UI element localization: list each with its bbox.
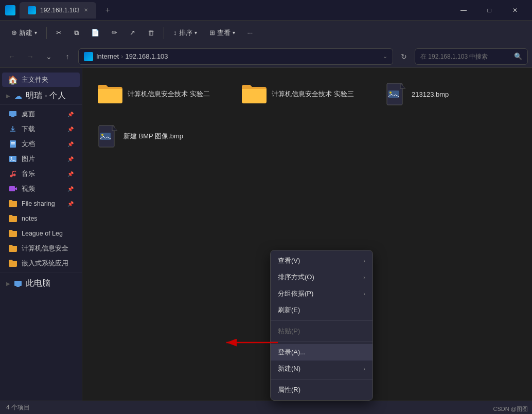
sidebar-documents-label: 文档 <box>22 140 35 149</box>
breadcrumb-sep-1: › <box>121 52 123 60</box>
app-icon <box>5 5 15 15</box>
pictures-icon <box>8 154 17 164</box>
status-bar: 4 个项目 <box>0 401 532 414</box>
sidebar-item-main-folder[interactable]: 🏠 主文件夹 <box>2 73 80 87</box>
watermark-text: CSDN @图图 <box>493 406 528 412</box>
sidebar-item-music[interactable]: 音乐 📌 <box>2 167 80 181</box>
sidebar-thispc-label: 此电脑 <box>26 278 50 289</box>
new-tab-button[interactable]: + <box>100 3 115 18</box>
sidebar-downloads-label: 下载 <box>22 125 35 134</box>
thispc-expand-icon[interactable]: ▶ <box>6 281 10 286</box>
sidebar-item-desktop[interactable]: 桌面 📌 <box>2 107 80 121</box>
file-item-bmp2[interactable]: 新建 BMP 图像.bmp <box>93 120 226 152</box>
view-label: 查看 <box>217 28 230 38</box>
tab-close-button[interactable]: ✕ <box>84 7 88 13</box>
share-button[interactable]: ↗ <box>125 26 140 40</box>
sort-label: 排序 <box>179 28 192 38</box>
paste-icon: 📄 <box>91 29 99 37</box>
tab-icon <box>28 6 36 14</box>
sidebar-item-notes[interactable]: notes <box>2 211 80 226</box>
documents-icon <box>8 139 17 149</box>
new-icon: ⊕ <box>11 29 17 37</box>
sidebar-item-embedded[interactable]: 嵌入式系统应用 <box>2 256 80 271</box>
dropdown-button[interactable]: ⌄ <box>41 49 57 64</box>
downloads-pin-icon: 📌 <box>67 127 74 132</box>
sidebar-pictures-label: 图片 <box>22 155 35 164</box>
share-icon: ↗ <box>130 29 135 37</box>
sidebar-item-pictures[interactable]: 图片 📌 <box>2 152 80 166</box>
ctx-group[interactable]: 分组依据(P) › <box>271 285 373 302</box>
sidebar-item-videos[interactable]: 视频 📌 <box>2 182 80 196</box>
delete-icon: 🗑 <box>148 29 154 37</box>
sidebar-item-computer-security[interactable]: 计算机信息安全 <box>2 241 80 256</box>
bmp1-name: 213123.bmp <box>412 91 449 98</box>
address-box[interactable]: Internet › 192.168.1.103 ⌄ <box>78 48 393 65</box>
sidebar-item-documents[interactable]: 文档 📌 <box>2 137 80 151</box>
toolbar-separator-2 <box>164 27 164 39</box>
new-button[interactable]: ⊕ 新建 ▾ <box>6 25 42 41</box>
sort-button[interactable]: ↕ 排序 ▾ <box>168 25 202 41</box>
view-button[interactable]: ⊞ 查看 ▾ <box>204 25 240 41</box>
file-item-folder2[interactable]: 计算机信息安全技术 实验三 <box>237 78 370 110</box>
sidebar-embedded-label: 嵌入式系统应用 <box>22 259 68 268</box>
svg-point-6 <box>11 157 12 159</box>
ctx-view[interactable]: 查看(V) › <box>271 253 373 269</box>
ctx-new[interactable]: 新建(N) › <box>271 361 373 377</box>
address-icon <box>84 52 93 61</box>
refresh-button[interactable]: ↻ <box>396 49 412 64</box>
ctx-sort[interactable]: 排序方式(O) › <box>271 269 373 285</box>
downloads-icon <box>8 124 17 134</box>
folder1-name: 计算机信息安全技术 实验二 <box>128 89 210 99</box>
file-item-folder1[interactable]: 计算机信息安全技术 实验二 <box>93 78 226 110</box>
computer-security-folder-icon <box>8 244 17 253</box>
svg-rect-4 <box>11 143 15 145</box>
delete-button[interactable]: 🗑 <box>143 26 159 40</box>
sidebar-item-league[interactable]: League of Leg <box>2 226 80 241</box>
svg-point-17 <box>101 134 103 136</box>
computer-icon <box>13 279 23 289</box>
search-box[interactable]: 🔍 <box>415 48 528 65</box>
minimize-button[interactable]: — <box>452 2 475 19</box>
sidebar-item-filesharing[interactable]: File sharing 📌 <box>2 196 80 211</box>
filesharing-pin-icon: 📌 <box>67 201 74 207</box>
maximize-button[interactable]: □ <box>477 2 501 19</box>
ctx-divider-2 <box>271 341 373 342</box>
cut-button[interactable]: ✂ <box>51 26 67 40</box>
more-button[interactable]: ··· <box>242 26 258 40</box>
watermark: CSDN @图图 <box>493 405 528 413</box>
sidebar-item-downloads[interactable]: 下载 📌 <box>2 122 80 136</box>
bmp2-name: 新建 BMP 图像.bmp <box>123 132 183 141</box>
ctx-login[interactable]: 登录(A)... <box>271 344 373 361</box>
ctx-group-label: 分组依据(P) <box>278 289 313 298</box>
ctx-properties[interactable]: 属性(R) <box>271 382 373 398</box>
svg-rect-10 <box>14 281 22 286</box>
window-controls: — □ ✕ <box>452 2 527 19</box>
close-button[interactable]: ✕ <box>503 2 527 19</box>
search-input[interactable] <box>420 53 511 60</box>
svg-rect-13 <box>388 91 399 98</box>
new-dropdown-icon: ▾ <box>34 30 37 35</box>
view-dropdown-icon: ▾ <box>233 30 235 35</box>
paste-button[interactable]: 📄 <box>86 26 104 40</box>
documents-pin-icon: 📌 <box>67 141 74 147</box>
svg-rect-0 <box>9 111 16 116</box>
sidebar-cloud-section: ▶ ☁ 明瑞 - 个人 <box>0 87 82 102</box>
folder2-icon <box>242 84 267 104</box>
breadcrumb-ip: 192.168.1.103 <box>125 52 168 60</box>
cloud-expand-icon[interactable]: ▶ <box>6 93 10 99</box>
copy-button[interactable]: ⧉ <box>69 26 84 40</box>
up-button[interactable]: ↑ <box>60 49 75 64</box>
ctx-refresh[interactable]: 刷新(E) <box>271 302 373 318</box>
browser-tab[interactable]: 192.168.1.103 ✕ <box>20 2 96 19</box>
ctx-divider-1 <box>271 320 373 321</box>
forward-button[interactable]: → <box>23 49 38 64</box>
back-button[interactable]: ← <box>4 49 20 64</box>
ctx-new-arrow: › <box>363 366 365 372</box>
file-item-bmp1[interactable]: 213123.bmp <box>381 78 515 110</box>
bmp1-icon <box>386 82 406 106</box>
ctx-refresh-label: 刷新(E) <box>278 305 300 315</box>
red-arrow-annotation <box>221 335 283 352</box>
rename-button[interactable]: ✏ <box>107 26 122 40</box>
ctx-paste: 粘贴(P) <box>271 323 373 339</box>
rename-icon: ✏ <box>112 29 117 37</box>
